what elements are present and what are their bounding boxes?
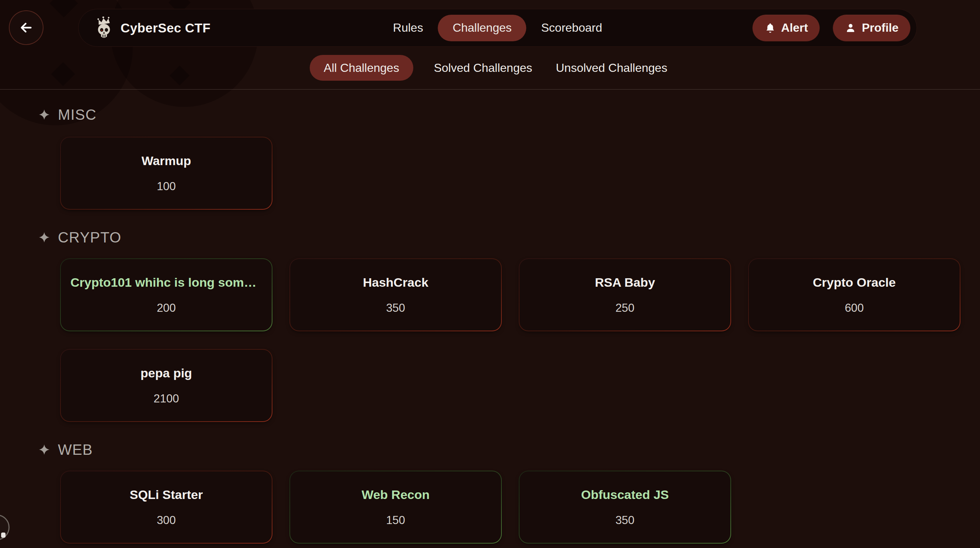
header-actions: Alert Profile: [752, 14, 911, 42]
challenge-card[interactable]: Warmup100: [60, 137, 272, 210]
floating-button-glyph: [1, 532, 6, 538]
challenge-card[interactable]: Web Recon150: [290, 470, 502, 543]
section-header: CRYPTO: [39, 229, 980, 246]
challenge-card[interactable]: Obfuscated JS350: [519, 470, 731, 543]
challenge-title: HashCrack: [363, 275, 428, 290]
sparkle-icon: [39, 232, 50, 243]
challenge-card[interactable]: Crypto Oracle600: [748, 258, 961, 331]
arrow-left-icon: [18, 19, 34, 36]
background-diamond-decoration: [50, 0, 78, 17]
sparkle-icon: [39, 444, 50, 456]
challenge-points: 2100: [154, 392, 179, 405]
challenge-title: RSA Baby: [595, 275, 655, 290]
alert-button[interactable]: Alert: [752, 14, 820, 42]
nav-item-challenges-active[interactable]: Challenges: [438, 15, 527, 41]
nav-links: Rules Challenges Scoreboard: [391, 15, 604, 41]
challenge-points: 600: [845, 302, 864, 315]
challenge-points: 100: [157, 180, 176, 193]
bell-icon: [764, 22, 776, 34]
navbar: CyberSec CTF Rules Challenges Scoreboard…: [78, 9, 917, 47]
filter-tabs: All Challenges Solved Challenges Unsolve…: [0, 55, 980, 81]
challenge-card[interactable]: pepa pig2100: [60, 349, 272, 422]
challenge-title: Obfuscated JS: [581, 488, 669, 502]
section-title: MISC: [58, 106, 97, 124]
challenge-points: 150: [386, 514, 405, 527]
sparkle-icon: [39, 109, 50, 121]
challenge-points: 250: [616, 302, 635, 315]
challenge-title: SQLi Starter: [130, 488, 203, 502]
skull-crown-logo: [95, 17, 113, 39]
tab-unsolved-challenges[interactable]: Unsolved Challenges: [553, 61, 670, 75]
challenge-grid: Crypto101 whihc is long some ho…200HashC…: [60, 258, 980, 422]
challenge-grid: Warmup100: [60, 137, 980, 210]
person-icon: [845, 22, 856, 34]
alert-button-label: Alert: [781, 21, 808, 35]
brand-title: CyberSec CTF: [121, 21, 210, 35]
challenge-card[interactable]: HashCrack350: [290, 258, 502, 331]
nav-item-rules[interactable]: Rules: [391, 21, 425, 35]
challenge-card[interactable]: RSA Baby250: [519, 258, 731, 331]
profile-button[interactable]: Profile: [832, 14, 911, 42]
category-section: MISCWarmup100: [0, 106, 980, 210]
challenge-title: Crypto101 whihc is long some ho…: [70, 275, 262, 290]
challenge-points: 350: [386, 302, 405, 315]
challenge-grid: SQLi Starter300Web Recon150Obfuscated JS…: [60, 470, 980, 543]
category-section: WEBSQLi Starter300Web Recon150Obfuscated…: [0, 441, 980, 543]
brand[interactable]: CyberSec CTF: [95, 17, 210, 39]
challenge-title: Warmup: [142, 154, 191, 168]
profile-button-label: Profile: [862, 21, 899, 35]
section-title: CRYPTO: [58, 229, 121, 246]
challenge-title: pepa pig: [140, 366, 192, 380]
section-header: MISC: [39, 106, 980, 124]
category-section: CRYPTOCrypto101 whihc is long some ho…20…: [0, 229, 980, 422]
challenge-points: 200: [157, 302, 176, 315]
challenge-title: Crypto Oracle: [813, 275, 896, 290]
challenge-points: 300: [157, 514, 176, 527]
challenge-title: Web Recon: [362, 488, 430, 502]
challenge-points: 350: [616, 514, 635, 527]
challenge-card[interactable]: Crypto101 whihc is long some ho…200: [60, 258, 272, 331]
tab-all-challenges-active[interactable]: All Challenges: [310, 55, 413, 81]
section-header: WEB: [39, 441, 980, 459]
tab-solved-challenges[interactable]: Solved Challenges: [431, 61, 535, 75]
section-title: WEB: [58, 441, 93, 459]
sections: MISCWarmup100CRYPTOCrypto101 whihc is lo…: [0, 89, 980, 543]
nav-item-scoreboard[interactable]: Scoreboard: [539, 21, 604, 35]
challenge-card[interactable]: SQLi Starter300: [60, 470, 272, 543]
back-button[interactable]: [9, 10, 43, 45]
